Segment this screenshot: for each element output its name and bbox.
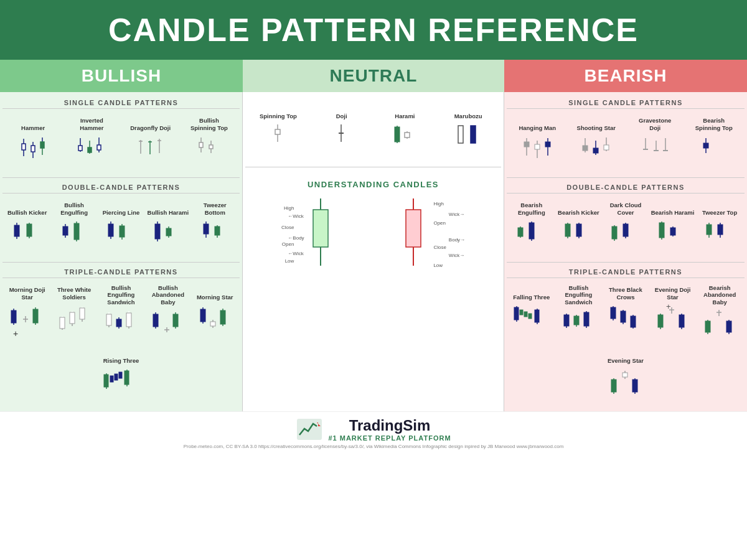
svg-rect-4 [31, 146, 35, 152]
pattern-gravestone-doji: Gravestone Doji [633, 115, 677, 171]
bearish-header: BEARISH [504, 60, 747, 92]
svg-rect-107 [220, 310, 225, 324]
pattern-three-white-soldiers: Three White Soldiers [52, 284, 96, 340]
bullish-triple-header: TRIPLE-CANDLE PATTERNS [2, 265, 240, 278]
svg-rect-16 [97, 145, 101, 150]
svg-rect-112 [110, 376, 113, 382]
bearish-single-patterns: Hanging Man [507, 111, 745, 175]
svg-rect-181 [623, 224, 628, 236]
svg-rect-34 [14, 225, 19, 236]
svg-rect-151 [593, 148, 598, 153]
pattern-tweezer-bottom: Tweezer Bottom [193, 200, 237, 256]
bullish-single-header: SINGLE CANDLE PATTERNS [2, 96, 240, 109]
svg-rect-175 [576, 224, 581, 236]
svg-rect-233 [705, 321, 710, 332]
bearish-triple-patterns: Falling Three [507, 281, 745, 408]
svg-rect-202 [535, 310, 539, 322]
svg-rect-116 [125, 371, 129, 385]
svg-rect-200 [529, 314, 532, 319]
svg-rect-184 [659, 223, 664, 238]
pattern-hanging-man: Hanging Man [515, 115, 559, 171]
svg-rect-245 [622, 373, 627, 377]
tradingsim-logo-icon [296, 418, 323, 441]
pattern-dragonfly-doji: Dragonfly Doji [129, 115, 172, 171]
svg-rect-61 [215, 226, 220, 235]
svg-rect-52 [155, 224, 160, 239]
pattern-inverted-hammer: Inverted Hammer [70, 115, 113, 171]
pattern-shooting-star: Shooting Star [575, 115, 618, 171]
bullish-triple-patterns: Morning Doji Star [2, 281, 240, 408]
bullish-double-patterns: Bullish Kicker [2, 196, 240, 259]
pattern-morning-star: Morning Star [193, 284, 237, 340]
svg-rect-40 [63, 226, 68, 235]
neutral-column: Spinning Top Doji [243, 92, 504, 411]
svg-rect-83 [106, 314, 111, 325]
understanding-section: UNDERSTANDING CANDLES High Close Open Lo… [245, 171, 501, 279]
svg-rect-220 [631, 316, 636, 327]
pattern-tweezer-top: Tweezer Top [698, 200, 741, 256]
footer: TradingSim #1 MARKET REPLAY PLATFORM Pro… [0, 411, 747, 452]
svg-rect-133 [313, 210, 328, 247]
svg-rect-10 [78, 146, 82, 151]
svg-rect-43 [74, 223, 79, 240]
brand-name: TradingSim [328, 417, 451, 434]
svg-rect-169 [529, 223, 534, 239]
page-header: CANDLE PATTERN REFERENCE [0, 0, 747, 60]
svg-rect-31 [209, 145, 213, 149]
pattern-bearish-harami: Bearish Harami [651, 200, 695, 256]
bearish-column: SINGLE CANDLE PATTERNS Hanging Man [504, 92, 747, 411]
svg-rect-1 [22, 144, 26, 150]
svg-rect-113 [115, 374, 118, 380]
bearish-double-patterns: Bearish Engulfing [507, 196, 745, 259]
neutral-single-patterns: Spinning Top Doji [245, 96, 501, 163]
svg-rect-28 [199, 142, 203, 147]
pattern-bearish-kicker: Bearish Kicker [557, 200, 600, 256]
svg-rect-248 [632, 380, 637, 392]
candle-diagrams: High Close Open Low ←Wick ←Body ←Wick [250, 194, 496, 276]
svg-rect-49 [120, 226, 125, 237]
svg-rect-239 [726, 321, 731, 332]
svg-rect-217 [621, 311, 626, 322]
svg-rect-199 [524, 312, 527, 317]
svg-rect-89 [126, 313, 131, 327]
pattern-evening-doji-star: Evening Doji Star [651, 284, 695, 340]
svg-rect-74 [60, 317, 65, 329]
svg-rect-98 [173, 314, 178, 327]
main-content: SINGLE CANDLE PATTERNS Hammer [0, 92, 747, 411]
svg-rect-214 [611, 307, 616, 319]
svg-rect-166 [518, 228, 523, 236]
svg-rect-223 [658, 315, 663, 327]
pattern-bullish-abandoned-baby: Bullish Abandoned Baby [146, 284, 190, 345]
svg-rect-187 [670, 228, 675, 235]
pattern-dark-cloud-cover: Dark Cloud Cover [604, 200, 647, 256]
svg-text:+: + [13, 329, 18, 338]
pattern-bullish-engulfing-sandwich: Bullish Engulfing Sandwich [99, 284, 143, 345]
pattern-doji: Doji [320, 103, 364, 159]
pattern-piercing-line: Piercing Line [99, 200, 143, 256]
svg-rect-198 [520, 310, 523, 315]
svg-rect-92 [153, 314, 158, 327]
svg-text:+: + [666, 302, 671, 311]
svg-rect-190 [707, 225, 712, 235]
svg-rect-208 [574, 316, 579, 325]
bearish-triple-header: TRIPLE-CANDLE PATTERNS [507, 265, 745, 278]
pattern-bearish-abandoned-baby: Bearish Abandoned Baby [698, 284, 741, 345]
svg-rect-142 [535, 144, 540, 149]
svg-rect-64 [11, 310, 16, 323]
svg-rect-119 [275, 129, 280, 134]
understanding-header: UNDERSTANDING CANDLES [250, 175, 496, 191]
svg-rect-86 [116, 319, 121, 327]
page-title: CANDLE PATTERN REFERENCE [6, 11, 741, 49]
bullish-single-patterns: Hammer [2, 111, 240, 175]
svg-rect-145 [545, 142, 550, 147]
bullish-double-header: DOUBLE-CANDLE PATTERNS [2, 180, 240, 194]
pattern-bearish-spinning-top: Bearish Spinning Top [692, 115, 736, 171]
pattern-bullish-engulfing: Bullish Engulfing [52, 200, 96, 256]
svg-rect-114 [119, 372, 122, 378]
svg-rect-242 [611, 380, 616, 392]
neutral-header: NEUTRAL [243, 60, 504, 92]
svg-rect-178 [612, 226, 617, 239]
svg-rect-46 [108, 224, 113, 236]
pattern-harami: Harami [383, 103, 426, 159]
svg-rect-125 [395, 127, 400, 142]
